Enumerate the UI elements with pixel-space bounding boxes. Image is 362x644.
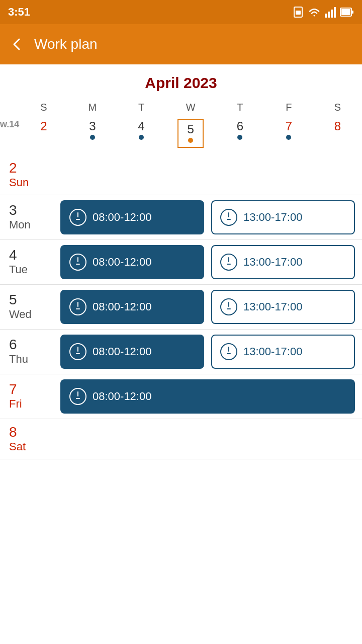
time-slots: 08:00-12:00 13:00-17:00 (60, 290, 362, 324)
schedule-day-row: 4 Tue 08:00-12:00 13:00-17:00 (0, 240, 362, 285)
calendar-week: w.14 2 3 4 5 6 7 8 (0, 117, 362, 150)
day-num-big: 7 (9, 382, 60, 397)
slot-time: 13:00-17:00 (243, 211, 302, 224)
day-name: Fri (9, 397, 60, 411)
day-name: Mon (9, 218, 60, 231)
slot-time: 08:00-12:00 (93, 345, 151, 358)
svg-rect-4 (331, 10, 333, 18)
status-bar: 3:51 (0, 0, 362, 24)
time-slots: 08:00-12:00 (60, 379, 362, 414)
day-num-big: 5 (9, 292, 60, 308)
back-button[interactable] (10, 37, 24, 51)
slot-time: 08:00-12:00 (93, 300, 151, 313)
time-slots: 08:00-12:00 13:00-17:00 (60, 200, 362, 234)
day-name: Tue (9, 263, 60, 276)
weekday-header-6: S (313, 100, 362, 117)
day-num-big: 8 (9, 425, 60, 440)
svg-rect-3 (328, 12, 330, 18)
status-icons (293, 7, 354, 18)
day-name: Sun (9, 176, 60, 189)
day-number: 7 (286, 119, 292, 133)
clock-icon (220, 343, 237, 360)
clock-icon (69, 209, 86, 226)
time-slot[interactable]: 13:00-17:00 (211, 290, 355, 324)
day-num-big: 3 (9, 203, 60, 218)
day-label: 3 Mon (0, 203, 60, 231)
slot-time: 13:00-17:00 (243, 300, 302, 313)
day-name: Thu (9, 353, 60, 366)
day-num-big: 6 (9, 337, 60, 353)
day-number: 5 (188, 122, 194, 137)
weekday-header-2: T (117, 100, 165, 117)
page-title: Work plan (34, 36, 98, 52)
clock-icon (220, 298, 237, 315)
battery-icon (340, 7, 354, 18)
time-slot[interactable]: 13:00-17:00 (211, 245, 355, 279)
status-time: 3:51 (8, 6, 30, 19)
day-num-big: 2 (9, 160, 60, 176)
week-label: w.14 (0, 119, 19, 129)
svg-rect-5 (334, 7, 336, 18)
calendar-day-7[interactable]: 7 (264, 117, 313, 150)
calendar-day-5[interactable]: 5 (165, 117, 215, 150)
clock-icon (69, 254, 86, 271)
calendar-section: April 2023 SMTWTFS w.14 2 3 4 5 6 7 8 (0, 64, 362, 155)
sim-icon (293, 7, 304, 18)
svg-rect-7 (341, 9, 350, 15)
calendar-day-2[interactable]: 2 (19, 117, 68, 150)
clock-icon (69, 388, 86, 405)
day-label: 4 Tue (0, 248, 60, 276)
weekday-header-3: W (165, 100, 215, 117)
time-slot[interactable]: 08:00-12:00 (60, 245, 204, 279)
time-slot[interactable]: 08:00-12:00 (60, 200, 204, 234)
schedule-day-row: 6 Thu 08:00-12:00 13:00-17:00 (0, 330, 362, 374)
month-title: April 2023 (0, 69, 362, 100)
schedule-day-row: 7 Fri 08:00-12:00 (0, 374, 362, 419)
day-number: 2 (40, 119, 47, 133)
time-slot[interactable]: 08:00-12:00 (60, 379, 355, 414)
day-label: 8 Sat (0, 425, 60, 453)
weekday-header-1: M (68, 100, 117, 117)
signal-icon (325, 7, 336, 18)
slot-time: 13:00-17:00 (243, 345, 302, 358)
calendar-grid: SMTWTFS w.14 2 3 4 5 6 7 8 (0, 100, 362, 150)
day-name: Sat (9, 440, 60, 453)
day-name: Wed (9, 308, 60, 321)
schedule-day-row: 5 Wed 08:00-12:00 13:00-17:00 (0, 285, 362, 330)
calendar-day-3[interactable]: 3 (68, 117, 117, 150)
day-number: 6 (237, 119, 243, 133)
clock-icon (69, 343, 86, 360)
weekday-header-4: T (216, 100, 264, 117)
slot-time: 08:00-12:00 (93, 211, 151, 224)
calendar-day-4[interactable]: 4 (117, 117, 165, 150)
svg-rect-1 (296, 11, 301, 15)
day-number: 8 (334, 119, 341, 133)
time-slots: 08:00-12:00 13:00-17:00 (60, 245, 362, 279)
slot-time: 08:00-12:00 (93, 256, 151, 269)
time-slot[interactable]: 13:00-17:00 (211, 200, 355, 234)
svg-rect-2 (325, 14, 327, 18)
time-slot[interactable]: 08:00-12:00 (60, 290, 204, 324)
day-number: 3 (89, 119, 96, 133)
schedule-day-row: 3 Mon 08:00-12:00 13:00-17:00 (0, 195, 362, 240)
clock-icon (69, 298, 86, 315)
time-slot[interactable]: 08:00-12:00 (60, 335, 204, 369)
schedule-day-row: 2 Sun (0, 155, 362, 195)
app-header: Work plan (0, 24, 362, 64)
calendar-day-6[interactable]: 6 (216, 117, 264, 150)
svg-rect-8 (351, 11, 353, 14)
slot-time: 13:00-17:00 (243, 256, 302, 269)
day-number: 4 (138, 119, 144, 133)
day-label: 7 Fri (0, 382, 60, 411)
day-num-big: 4 (9, 248, 60, 263)
time-slot[interactable]: 13:00-17:00 (211, 335, 355, 369)
weekday-header-5: F (264, 100, 313, 117)
wifi-icon (308, 7, 321, 18)
schedule-list: 2 Sun 3 Mon 08:00-12:00 13:00-17:00 4 Tu… (0, 155, 362, 469)
day-label: 5 Wed (0, 292, 60, 321)
day-label: 6 Thu (0, 337, 60, 366)
time-slots: 08:00-12:00 13:00-17:00 (60, 335, 362, 369)
slot-time: 08:00-12:00 (93, 390, 151, 403)
clock-icon (220, 209, 237, 226)
calendar-day-8[interactable]: 8 (313, 117, 362, 150)
